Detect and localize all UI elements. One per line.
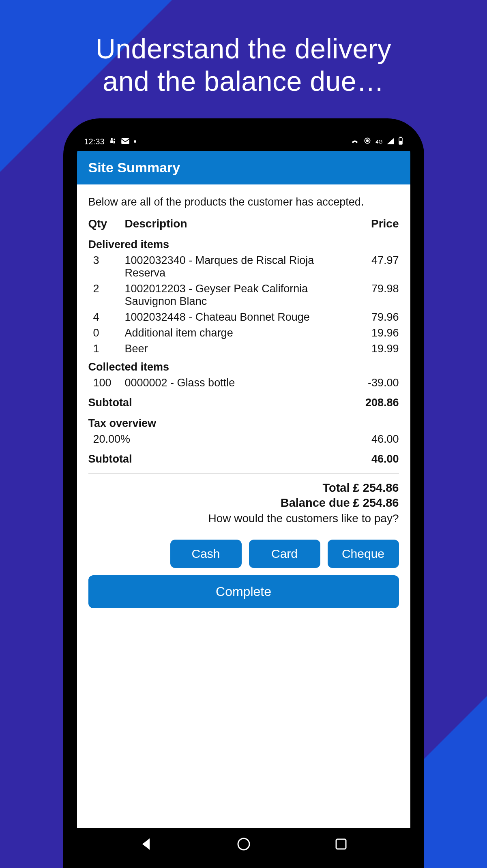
- balance-value: £ 254.86: [353, 496, 399, 509]
- main-content: Below are all of the products the custom…: [77, 184, 410, 828]
- nav-back-icon[interactable]: [138, 836, 154, 852]
- row-qty: 2: [88, 281, 125, 309]
- tax-heading: Tax overview: [88, 413, 399, 431]
- svg-rect-8: [399, 141, 401, 144]
- table-row: 2 1002012203 - Geyser Peak California Sa…: [88, 281, 399, 309]
- row-desc: Beer: [125, 341, 342, 357]
- headline-line-2: and the balance due…: [103, 66, 384, 96]
- row-desc: 1002012203 - Geyser Peak California Sauv…: [125, 281, 342, 309]
- row-price: 47.97: [342, 253, 399, 281]
- row-qty: 0: [88, 325, 125, 341]
- col-price: Price: [342, 216, 399, 234]
- notification-dot-icon: [134, 140, 136, 143]
- balance-label: Balance due: [281, 496, 350, 509]
- row-price: 79.98: [342, 281, 399, 309]
- phone-frame: 12:33 4G: [63, 118, 424, 868]
- cash-button[interactable]: Cash: [170, 540, 242, 568]
- complete-button[interactable]: Complete: [88, 575, 399, 608]
- svg-rect-2: [110, 140, 113, 143]
- promo-background: Understand the delivery and the balance …: [0, 0, 487, 868]
- signal-icon: [387, 137, 394, 146]
- row-qty: 1: [88, 341, 125, 357]
- collected-heading: Collected items: [88, 357, 399, 375]
- svg-point-0: [111, 138, 113, 140]
- payment-buttons-row: Cash Card Cheque: [88, 540, 399, 568]
- row-price: 19.96: [342, 325, 399, 341]
- subtotal-value: 208.86: [342, 391, 399, 413]
- svg-rect-7: [400, 137, 401, 138]
- wifi-calling-icon: [350, 137, 359, 146]
- tax-subtotal-label: Subtotal: [88, 447, 342, 469]
- row-price: 19.99: [342, 341, 399, 357]
- col-desc: Description: [125, 216, 342, 234]
- card-button[interactable]: Card: [249, 540, 320, 568]
- table-row: 0 Additional item charge 19.96: [88, 325, 399, 341]
- table-row: 1 Beer 19.99: [88, 341, 399, 357]
- items-table: Qty Description Price Delivered items 3 …: [88, 216, 399, 469]
- teams-icon: [109, 137, 117, 147]
- intro-text: Below are all of the products the custom…: [88, 196, 399, 208]
- row-desc: 1002032340 - Marques de Riscal Rioja Res…: [125, 253, 342, 281]
- page-title: Site Summary: [88, 160, 180, 175]
- nav-recent-icon[interactable]: [333, 836, 349, 852]
- total-value: £ 254.86: [353, 481, 399, 494]
- signal-type-label: 4G: [375, 139, 382, 145]
- totals-block: Total £ 254.86 Balance due £ 254.86 How …: [88, 474, 399, 534]
- payment-prompt: How would the customers like to pay?: [88, 512, 399, 525]
- svg-rect-3: [121, 138, 129, 144]
- status-bar: 12:33 4G: [77, 132, 410, 151]
- table-row: 3 1002032340 - Marques de Riscal Rioja R…: [88, 253, 399, 281]
- total-label: Total: [322, 481, 350, 494]
- svg-point-1: [114, 138, 115, 140]
- row-desc: 0000002 - Glass bottle: [125, 375, 342, 391]
- table-row: 20.00% 46.00: [88, 431, 399, 447]
- status-time: 12:33: [84, 137, 105, 146]
- table-row: 4 1002032448 - Chateau Bonnet Rouge 79.9…: [88, 309, 399, 325]
- row-qty: 100: [88, 375, 125, 391]
- col-qty: Qty: [88, 216, 125, 234]
- tax-amount: 46.00: [342, 431, 399, 447]
- row-desc: 1002032448 - Chateau Bonnet Rouge: [125, 309, 342, 325]
- headline-line-1: Understand the delivery: [96, 33, 392, 64]
- promo-headline: Understand the delivery and the balance …: [0, 32, 487, 97]
- nav-home-icon[interactable]: [236, 836, 252, 852]
- hotspot-icon: [363, 137, 371, 147]
- table-row: 100 0000002 - Glass bottle -39.00: [88, 375, 399, 391]
- row-desc: Additional item charge: [125, 325, 342, 341]
- svg-point-9: [238, 838, 249, 850]
- android-nav-bar: [77, 828, 410, 868]
- phone-screen: 12:33 4G: [77, 132, 410, 868]
- tax-rate: 20.00%: [88, 431, 342, 447]
- row-qty: 3: [88, 253, 125, 281]
- row-price: 79.96: [342, 309, 399, 325]
- subtotal-label: Subtotal: [88, 391, 342, 413]
- cheque-button[interactable]: Cheque: [328, 540, 399, 568]
- row-qty: 4: [88, 309, 125, 325]
- tax-subtotal-value: 46.00: [342, 447, 399, 469]
- app-bar: Site Summary: [77, 151, 410, 184]
- svg-point-4: [367, 139, 369, 141]
- battery-icon: [398, 137, 403, 147]
- row-price: -39.00: [342, 375, 399, 391]
- svg-rect-10: [336, 839, 346, 849]
- mail-icon: [121, 137, 130, 146]
- delivered-heading: Delivered items: [88, 234, 399, 253]
